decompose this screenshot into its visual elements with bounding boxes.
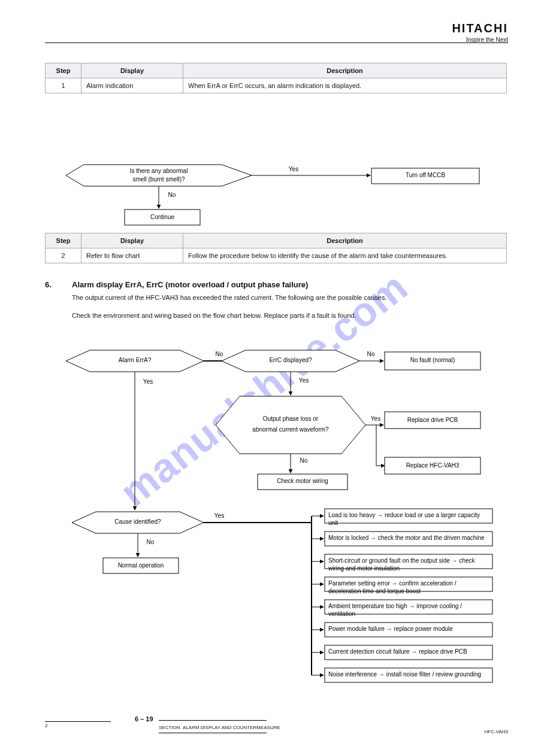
flow2-list-item: Load is too heavy → reduce load or use a… [328, 512, 490, 527]
table-header: Description [183, 63, 507, 78]
footer-section-title: ALARM DISPLAY AND COUNTERMEASURE [183, 725, 280, 730]
flow2-list-item: Ambient temperature too high → improve c… [328, 603, 490, 618]
flow2-box-normal: Normal operation [103, 562, 179, 570]
flow2-d3-right: Yes [367, 415, 385, 423]
flow2-list-item: Parameter setting error → confirm accele… [328, 580, 490, 595]
table-step-1: Step Display Description 1 Alarm indicat… [45, 63, 507, 93]
table-header: Description [183, 233, 507, 248]
brand-wordmark: HITACHI [452, 22, 508, 35]
flow2-list-item: Current detection circuit failure → repl… [328, 648, 490, 656]
flow2-d2-down: Yes [295, 377, 313, 385]
brand-logo: HITACHI Inspire the Next [452, 22, 508, 43]
flow2-list-item: Power module failure → replace power mod… [328, 626, 490, 633]
flow1-decision-line2: smell (burnt smell)? [90, 176, 228, 184]
flow2-list-item: Motor is locked → check the motor and th… [328, 535, 490, 542]
footer-reference: HFC-VAH3 [485, 729, 508, 734]
flow2-d4-right: Yes [207, 512, 231, 520]
table-header: Display [81, 63, 183, 78]
table-step-2: Step Display Description 2 Refer to flow… [45, 233, 507, 263]
flow2-d1-down: Yes [139, 378, 157, 386]
section-number: 6. [45, 280, 52, 289]
footer-rule-top [159, 720, 267, 721]
intro-paragraph-1: The output current of the HFC-VAH3 has e… [72, 293, 491, 302]
flow2-d3-line1: Output phase loss or [234, 415, 347, 423]
flow1-edge-right: Yes [282, 166, 306, 174]
flow2-d1-right: No [207, 351, 231, 359]
cell-step: 2 [46, 248, 81, 263]
table-header: Step [46, 63, 81, 78]
flow1-edge-down: No [163, 192, 181, 199]
cell-description: When ErrA or ErrC occurs, an alarm indic… [183, 78, 507, 93]
flow1-decision-line1: Is there any abnormal [90, 168, 228, 175]
flow1-down-box: Continue [125, 214, 200, 221]
cell-step: 1 [46, 78, 81, 93]
page-number: 6 – 19 [135, 715, 153, 722]
flow2-d2-right: No [362, 351, 380, 359]
flow2-d4-down: No [141, 539, 159, 546]
footnote-rule [45, 721, 111, 722]
flow2-box-r3: Replace HFC-VAH3 [385, 462, 480, 470]
flow2-box-r2: Replace drive PCB [385, 417, 480, 424]
flow2-d4-text: Cause identified? [96, 518, 180, 526]
footer-rule-bot [159, 733, 267, 733]
flow2-box-checkmotor: Check motor wiring [258, 478, 347, 485]
flow2-d2-text: ErrC displayed? [246, 357, 335, 365]
header-rule [45, 42, 508, 43]
table-row: 1 Alarm indication When ErrA or ErrC occ… [46, 78, 507, 93]
table-header: Display [81, 233, 183, 248]
flow2-d1-text: Alarm ErrA? [90, 357, 180, 365]
flow2-list-item: Short-circuit or ground fault on the out… [328, 557, 490, 572]
flow2-d3-line2: abnormal current waveform? [234, 426, 347, 434]
flow2-d3-down: No [295, 457, 313, 465]
intro-paragraph-2: Check the environment and wiring based o… [72, 311, 491, 320]
section-title: Alarm display ErrA, ErrC (motor overload… [72, 280, 308, 289]
cell-display: Refer to flow chart [81, 248, 183, 263]
table-row: 2 Refer to flow chart Follow the procedu… [46, 248, 507, 263]
cell-display: Alarm indication [81, 78, 183, 93]
flow1-right-box: Turn off MCCB [371, 172, 479, 180]
cell-description: Follow the procedure below to identify t… [183, 248, 507, 263]
page-footer: 2 6 – 19 SECTION ALARM DISPLAY AND COUNT… [45, 721, 508, 733]
flow2-box-r1: No fault (normal) [385, 357, 480, 365]
table-header: Step [46, 233, 81, 248]
flow2-list-item: Noise interference → install noise filte… [328, 671, 490, 679]
footer-section-label: SECTION [159, 725, 180, 730]
